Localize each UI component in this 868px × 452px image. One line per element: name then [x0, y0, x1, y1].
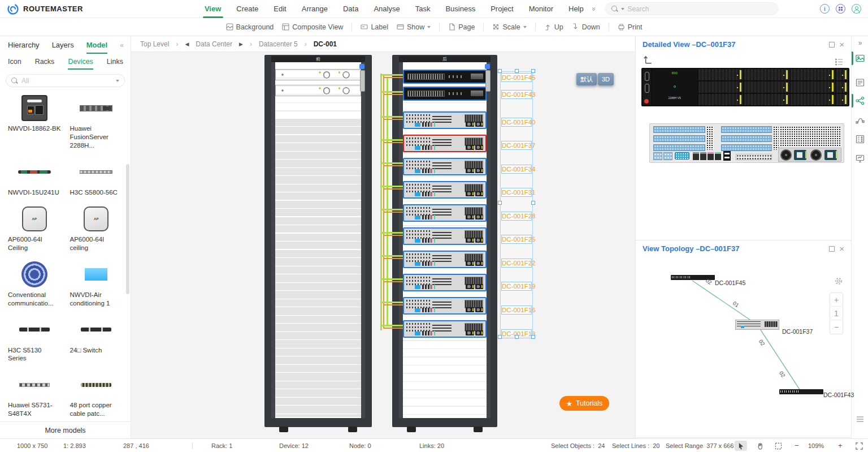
menu-help[interactable]: Help: [568, 0, 584, 18]
menu-view[interactable]: View: [205, 0, 221, 18]
model-card[interactable]: H3C S5800-56C: [67, 157, 127, 199]
model-card[interactable]: APAP6000-64I Ceiling: [5, 204, 64, 255]
selection-handle[interactable]: [515, 69, 519, 73]
global-search[interactable]: [605, 2, 778, 15]
zoom-in-button[interactable]: +: [838, 439, 843, 452]
device-label[interactable]: DC-001F28: [501, 212, 532, 221]
search-input[interactable]: [627, 5, 752, 13]
zoom-in-button[interactable]: +: [830, 293, 843, 307]
subtab-links[interactable]: Links: [107, 54, 123, 70]
rack-device-DC-001F31[interactable]: [403, 181, 487, 199]
topology-canvas[interactable]: DC-001F45 DC-001F37 DC-001F43 02 01 02 0…: [636, 256, 851, 438]
device-label[interactable]: DC-001F31: [501, 188, 532, 197]
model-filter[interactable]: [6, 74, 125, 87]
canvas-body[interactable]: 前 后: [131, 52, 635, 438]
menu-data[interactable]: Data: [343, 0, 358, 18]
model-card[interactable]: Huawei FusionServer 2288H...: [67, 93, 127, 152]
device-label[interactable]: DC-001F40: [501, 118, 532, 127]
topology-tool-icon[interactable]: [852, 94, 868, 107]
selection-handle[interactable]: [531, 69, 535, 73]
apps-icon[interactable]: [836, 4, 845, 14]
print-button[interactable]: Print: [618, 23, 643, 31]
more-models-button[interactable]: More models: [0, 421, 131, 438]
menu-analyse[interactable]: Analyse: [374, 0, 400, 18]
down-button[interactable]: Down: [572, 23, 600, 31]
device-label[interactable]: DC-001F25: [501, 235, 532, 244]
menu-edit[interactable]: Edit: [274, 0, 286, 18]
prev-arrow-icon[interactable]: ◀: [185, 41, 189, 47]
rack-device-DC-001F37[interactable]: [403, 135, 487, 152]
maximize-icon[interactable]: [829, 246, 835, 252]
user-avatar-icon[interactable]: [852, 4, 861, 14]
rack-front-device[interactable]: [275, 85, 361, 96]
tab-model[interactable]: Model: [86, 36, 108, 54]
port-config-tool-icon[interactable]: [852, 132, 868, 146]
subtab-devices[interactable]: Devices: [68, 54, 93, 70]
chevron-down-icon[interactable]: [621, 8, 624, 10]
menu-arrange[interactable]: Arrange: [302, 0, 328, 18]
left-panel-scrollbar[interactable]: [126, 164, 129, 294]
up-button[interactable]: Up: [544, 23, 563, 31]
model-card[interactable]: NWVDI-15U241U: [5, 157, 64, 199]
zoom-out-button[interactable]: −: [830, 320, 843, 334]
subtab-icon[interactable]: Icon: [8, 54, 21, 70]
rack-device-DC-001F34[interactable]: [403, 158, 487, 175]
topology-node-switch[interactable]: [779, 389, 823, 394]
topology-node-server[interactable]: [735, 320, 779, 330]
model-card[interactable]: Huawei S5731-S48T4X: [5, 369, 64, 420]
rack-device-DC-001F28[interactable]: [403, 204, 487, 222]
device-label[interactable]: DC-001F16: [501, 305, 532, 315]
tutorials-button[interactable]: ★ Tutorials: [559, 396, 609, 411]
zoom-level[interactable]: 1: [830, 307, 843, 320]
chevron-down-icon[interactable]: [116, 80, 119, 82]
detailed-view-tool-icon[interactable]: [852, 51, 868, 65]
rotate-view-icon[interactable]: [643, 54, 653, 66]
device-front-image[interactable]: 8302288H V5: [641, 68, 849, 106]
zoom-out-button[interactable]: −: [795, 439, 799, 452]
menu-monitor[interactable]: Monitor: [529, 0, 553, 18]
close-icon[interactable]: ×: [839, 246, 844, 252]
select-cursor-tool[interactable]: [735, 441, 747, 451]
rack-front[interactable]: 前: [264, 55, 372, 427]
device-list-icon[interactable]: [835, 58, 843, 68]
close-icon[interactable]: ×: [839, 42, 844, 48]
device-label[interactable]: DC-001F37: [501, 141, 532, 150]
monitor-tool-icon[interactable]: [852, 152, 868, 165]
rack-device-DC-001F16[interactable]: [403, 297, 487, 315]
gear-icon[interactable]: [834, 277, 843, 287]
menu-business[interactable]: Business: [445, 0, 475, 18]
rack-device-DC-001F22[interactable]: [403, 251, 487, 268]
fullscreen-icon[interactable]: [853, 441, 865, 451]
show-button[interactable]: Show: [397, 23, 431, 31]
breadcrumb-top-level[interactable]: Top Level: [140, 40, 169, 48]
list-view-tool-icon[interactable]: [852, 76, 868, 89]
subtab-racks[interactable]: Racks: [35, 54, 55, 70]
rack-device-DC-001F13[interactable]: [403, 320, 487, 338]
scale-button[interactable]: Scale: [492, 23, 526, 31]
menu-lines-icon[interactable]: [852, 412, 868, 426]
cable-trunk[interactable]: [387, 78, 388, 326]
label-button[interactable]: Label: [361, 23, 388, 31]
pan-hand-tool[interactable]: [754, 441, 766, 451]
zoom-percent[interactable]: 109%: [808, 439, 824, 452]
model-card[interactable]: 24□ Switch: [67, 315, 127, 365]
maximize-icon[interactable]: [829, 42, 835, 48]
panel-collapse-icon[interactable]: «: [120, 41, 124, 49]
model-card[interactable]: NWVDI-18862-BK: [5, 93, 64, 152]
device-label[interactable]: DC-001F45: [501, 73, 532, 82]
rack-device-DC-001F25[interactable]: [403, 227, 487, 245]
model-card[interactable]: H3C S5130 Series: [5, 315, 64, 365]
labels-column[interactable]: DC-001F45DC-001F43DC-001F40DC-001F37DC-0…: [500, 71, 533, 337]
selection-handle[interactable]: [498, 69, 502, 73]
selection-handle[interactable]: [498, 201, 502, 205]
selection-handle[interactable]: [515, 335, 519, 339]
rack-device-DC-001F19[interactable]: [403, 274, 487, 291]
menu-create[interactable]: Create: [236, 0, 258, 18]
tab-layers[interactable]: Layers: [52, 36, 74, 54]
menu-collapse-icon[interactable]: «: [589, 7, 597, 11]
cable-route-tool-icon[interactable]: [852, 113, 868, 127]
next-arrow-icon[interactable]: ▶: [239, 41, 243, 47]
model-filter-input[interactable]: [21, 77, 106, 85]
device-label[interactable]: DC-001F19: [501, 282, 532, 291]
composite-view-button[interactable]: Composite View: [282, 23, 343, 31]
